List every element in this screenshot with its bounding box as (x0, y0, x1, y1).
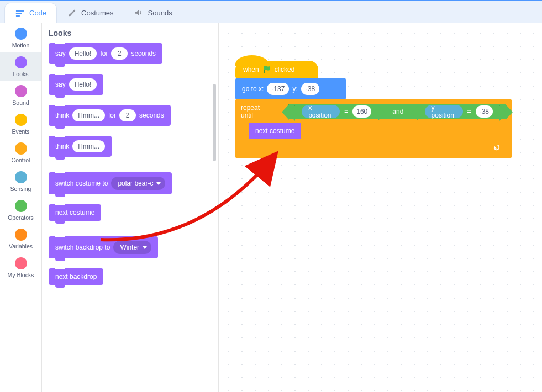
category-sensing-label: Sensing (10, 186, 31, 192)
svg-rect-2 (16, 15, 20, 17)
block-say[interactable]: say Hello! (49, 74, 103, 95)
think-seconds-input[interactable]: 2 (119, 109, 136, 121)
seconds-label: seconds (131, 50, 156, 57)
script-stack[interactable]: when clicked go to x: -137 y: -38 repeat… (235, 61, 512, 158)
block-think-for-seconds[interactable]: think Hmm... for 2 seconds (49, 105, 171, 126)
category-motion[interactable]: Motion (0, 23, 41, 52)
next-backdrop-label: next backdrop (55, 273, 97, 280)
block-switch-backdrop[interactable]: switch backdrop to Winter (49, 236, 158, 258)
seconds-label: seconds (139, 112, 164, 119)
tab-code[interactable]: Code (4, 3, 57, 23)
category-myblocks[interactable]: My Blocks (0, 253, 41, 282)
block-next-costume[interactable]: next costume (49, 204, 101, 221)
block-next-backdrop[interactable]: next backdrop (49, 268, 103, 285)
block-palette: Looks say Hello! for 2 seconds say Hello… (42, 23, 219, 392)
events-dot-icon (15, 114, 27, 126)
next-costume-label: next costume (55, 209, 94, 216)
operator-equals-right[interactable]: y position = -38 (418, 105, 500, 118)
block-repeat-until[interactable]: repeat until x position = 160 and y posi… (235, 99, 512, 158)
category-events[interactable]: Events (0, 109, 41, 138)
say-text-input[interactable]: Hello! (69, 78, 97, 91)
tab-costumes[interactable]: Costumes (57, 3, 124, 23)
code-icon (15, 8, 25, 18)
say-seconds-input[interactable]: 2 (111, 47, 128, 60)
block-when-flag-clicked[interactable]: when clicked (235, 61, 318, 78)
equals-label: = (466, 108, 472, 115)
looks-dot-icon (15, 56, 27, 68)
sound-dot-icon (15, 85, 27, 97)
category-motion-label: Motion (12, 42, 30, 49)
for-label: for (100, 50, 108, 57)
costume-dropdown-value: polar bear-c (118, 179, 153, 187)
block-say-for-seconds[interactable]: say Hello! for 2 seconds (49, 43, 162, 64)
next-costume-label: next costume (255, 127, 294, 135)
equals-x-value[interactable]: 160 (352, 105, 371, 118)
category-operators-label: Operators (8, 214, 34, 221)
category-variables-label: Variables (9, 243, 33, 250)
block-switch-costume[interactable]: switch costume to polar bear-c (49, 172, 172, 194)
category-events-label: Events (12, 128, 29, 135)
category-control[interactable]: Control (0, 138, 41, 167)
loop-arrow-icon (493, 143, 501, 152)
equals-y-value[interactable]: -38 (476, 105, 493, 118)
category-variables[interactable]: Variables (0, 224, 41, 253)
clicked-label: clicked (275, 66, 295, 73)
myblocks-dot-icon (15, 257, 27, 269)
chevron-down-icon (156, 182, 161, 185)
block-next-costume-in-script[interactable]: next costume (249, 123, 301, 139)
palette-scrollbar[interactable] (213, 84, 216, 161)
reporter-y-position[interactable]: y position (425, 105, 463, 118)
say-text-input[interactable]: Hello! (69, 47, 97, 60)
tab-sounds[interactable]: Sounds (124, 3, 182, 23)
repeat-until-label: repeat until (241, 104, 272, 119)
costume-dropdown[interactable]: polar bear-c (111, 177, 165, 190)
say-label: say (55, 50, 66, 57)
tab-sounds-label: Sounds (148, 9, 172, 17)
think-text-input[interactable]: Hmm... (72, 109, 105, 121)
category-sensing[interactable]: Sensing (0, 167, 41, 195)
tab-costumes-label: Costumes (81, 9, 114, 17)
category-sound-label: Sound (12, 99, 29, 106)
category-looks-label: Looks (13, 71, 28, 77)
category-sound[interactable]: Sound (0, 81, 41, 109)
backdrop-dropdown[interactable]: Winter (113, 241, 151, 254)
goto-label: go to x: (242, 85, 264, 93)
think-label: think (55, 142, 69, 150)
goto-y-label: y: (292, 85, 297, 93)
green-flag-icon (262, 65, 271, 74)
chevron-down-icon (143, 246, 147, 249)
block-think[interactable]: think Hmm... (49, 136, 112, 157)
motion-dot-icon (15, 28, 27, 40)
say-label: say (55, 81, 66, 88)
operator-and[interactable]: x position = 160 and y position = -38 (288, 104, 506, 119)
category-operators[interactable]: Operators (0, 195, 41, 224)
variables-dot-icon (15, 229, 27, 241)
for-label: for (108, 112, 116, 119)
brush-icon (67, 8, 77, 18)
svg-rect-1 (16, 13, 22, 14)
svg-rect-0 (16, 10, 24, 12)
switch-backdrop-label: switch backdrop to (55, 243, 110, 251)
category-myblocks-label: My Blocks (8, 272, 34, 278)
sensing-dot-icon (15, 171, 27, 183)
speaker-icon (134, 8, 144, 18)
switch-costume-label: switch costume to (55, 179, 108, 187)
operator-equals-left[interactable]: x position = 160 (294, 105, 378, 118)
block-goto-xy[interactable]: go to x: -137 y: -38 (235, 78, 346, 99)
backdrop-dropdown-value: Winter (120, 243, 139, 251)
think-text-input[interactable]: Hmm... (72, 140, 105, 152)
tab-code-label: Code (29, 9, 46, 17)
editor-tab-bar: Code Costumes Sounds (0, 1, 542, 23)
scripts-workspace[interactable]: when clicked go to x: -137 y: -38 repeat… (219, 23, 542, 392)
and-label: and (392, 108, 403, 115)
block-category-column: Motion Looks Sound Events Control Sensin… (0, 23, 42, 392)
equals-label: = (343, 108, 349, 115)
operators-dot-icon (15, 200, 27, 212)
control-dot-icon (15, 142, 27, 155)
goto-y-input[interactable]: -38 (301, 83, 319, 95)
reporter-x-position[interactable]: x position (302, 105, 340, 118)
category-control-label: Control (12, 157, 30, 163)
goto-x-input[interactable]: -137 (267, 83, 289, 95)
category-looks[interactable]: Looks (0, 52, 41, 81)
think-label: think (55, 112, 69, 119)
